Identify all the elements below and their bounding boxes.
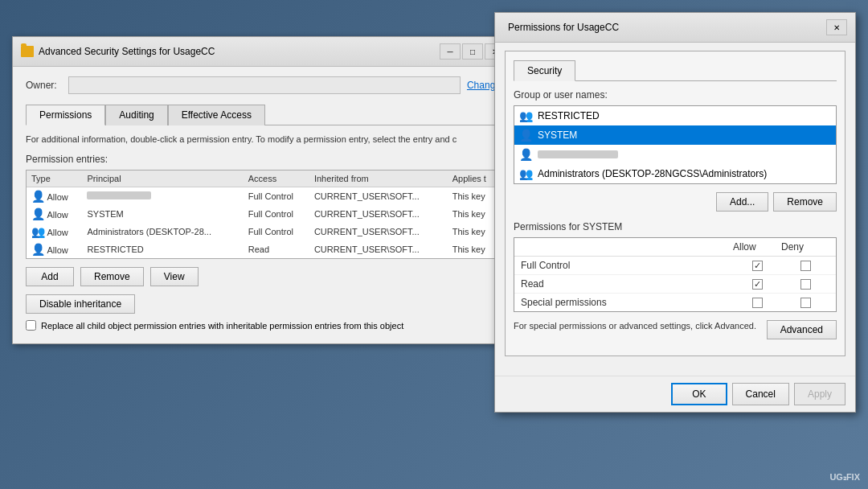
perm-dialog-controls: ✕ xyxy=(826,19,847,35)
tab-permissions[interactable]: Permissions xyxy=(26,105,105,125)
apply-button[interactable]: Apply xyxy=(794,383,845,405)
user-icon: 👤 xyxy=(31,243,45,256)
perm-close-button[interactable]: ✕ xyxy=(826,19,847,35)
remove-button[interactable]: Remove xyxy=(80,267,144,286)
disable-inheritance-button[interactable]: Disable inheritance xyxy=(26,294,135,314)
folder-icon xyxy=(21,46,34,57)
perm-grid-header: Allow Deny xyxy=(514,238,836,257)
user-list-item-unknown[interactable]: 👤 xyxy=(514,145,836,164)
applies-cell: This key xyxy=(448,223,500,240)
advanced-text: For special permissions or advanced sett… xyxy=(514,320,759,332)
access-cell: Full Control xyxy=(244,205,309,223)
perm-row-full-control[interactable]: Full Control xyxy=(514,257,836,275)
col-access: Access xyxy=(244,171,309,187)
user-icon: 👤 xyxy=(31,190,45,203)
view-button[interactable]: View xyxy=(150,267,199,286)
desktop: Advanced Security Settings for UsageCC ─… xyxy=(0,0,868,489)
permissions-dialog: Permissions for UsageCC ✕ Security Group… xyxy=(494,12,856,413)
table-row[interactable]: 👥 Allow Administrators (DESKTOP-28... Fu… xyxy=(27,223,500,240)
applies-cell: This key xyxy=(448,205,500,223)
perm-row-read[interactable]: Read xyxy=(514,275,836,294)
col-inherited: Inherited from xyxy=(309,171,448,187)
user-icon-admins: 👥 xyxy=(519,167,533,180)
col-type: Type xyxy=(27,171,82,187)
special-allow-cell xyxy=(733,298,781,308)
special-allow-checkbox[interactable] xyxy=(752,298,763,308)
read-allow-checkbox[interactable] xyxy=(752,279,763,290)
advanced-button[interactable]: Advanced xyxy=(767,320,837,339)
permission-entries-label: Permission entries: xyxy=(26,154,501,165)
table-row[interactable]: 👤 Allow SYSTEM Full Control CURRENT_USER… xyxy=(27,205,500,223)
special-deny-cell xyxy=(781,298,829,308)
read-deny-checkbox[interactable] xyxy=(800,279,811,290)
inherited-cell: CURRENT_USER\SOFT... xyxy=(309,187,448,206)
security-tab-content: Security Group or user names: 👥 RESTRICT… xyxy=(505,51,845,356)
owner-row: Owner: Change xyxy=(26,76,501,94)
col-applies: Applies t xyxy=(448,171,500,187)
tab-auditing[interactable]: Auditing xyxy=(105,105,167,125)
perm-row-special[interactable]: Special permissions xyxy=(514,294,836,311)
perm-deny-header: Deny xyxy=(781,241,829,253)
maximize-button[interactable]: □ xyxy=(462,43,483,60)
main-dialog-content: Owner: Change Permissions Auditing Effec… xyxy=(13,67,514,343)
access-cell: Full Control xyxy=(244,187,309,206)
perm-name-header xyxy=(521,241,733,253)
replace-checkbox-row: Replace all child object permission entr… xyxy=(26,320,501,331)
full-deny-cell xyxy=(781,261,829,271)
full-allow-checkbox[interactable] xyxy=(752,261,763,271)
cancel-button[interactable]: Cancel xyxy=(732,383,789,405)
watermark: UG₂FIX xyxy=(829,472,860,483)
main-dialog-title: Advanced Security Settings for UsageCC xyxy=(39,46,435,57)
tab-effective-access[interactable]: Effective Access xyxy=(168,105,265,125)
owner-value xyxy=(68,76,461,94)
principal-cell: RESTRICTED xyxy=(82,240,243,258)
special-deny-checkbox[interactable] xyxy=(800,298,811,308)
read-allow-cell xyxy=(733,279,781,290)
remove-user-button[interactable]: Remove xyxy=(773,192,837,212)
inherited-cell: CURRENT_USER\SOFT... xyxy=(309,223,448,240)
perm-allow-header: Allow xyxy=(733,241,781,253)
user-icon-unknown: 👤 xyxy=(519,148,533,161)
tab-security[interactable]: Security xyxy=(514,60,575,81)
access-cell: Read xyxy=(244,240,309,258)
permissions-grid: Allow Deny Full Control Read xyxy=(514,237,837,312)
main-dialog: Advanced Security Settings for UsageCC ─… xyxy=(12,36,514,344)
group-label: Group or user names: xyxy=(514,89,837,101)
user-name-restricted: RESTRICTED xyxy=(538,110,600,121)
user-list-item-restricted[interactable]: 👥 RESTRICTED xyxy=(514,106,836,125)
main-dialog-titlebar: Advanced Security Settings for UsageCC ─… xyxy=(13,37,514,67)
user-icon: 👤 xyxy=(31,208,45,220)
replace-checkbox[interactable] xyxy=(26,320,36,331)
principal-cell: Administrators (DESKTOP-28... xyxy=(82,223,243,240)
user-list-item-system[interactable]: 👤 SYSTEM xyxy=(514,125,836,145)
user-list: 👥 RESTRICTED 👤 SYSTEM 👤 👥 Administrators… xyxy=(514,105,837,184)
user-icon: 👥 xyxy=(31,225,45,238)
perm-dialog-footer: OK Cancel Apply xyxy=(495,376,855,412)
ok-button[interactable]: OK xyxy=(671,383,727,405)
user-icon-system: 👤 xyxy=(519,129,533,142)
applies-cell: This key xyxy=(448,187,500,206)
read-deny-cell xyxy=(781,279,829,290)
perm-dialog-title: Permissions for UsageCC xyxy=(508,22,821,33)
add-button[interactable]: Add xyxy=(26,267,74,286)
principal-cell xyxy=(82,187,243,206)
owner-label: Owner: xyxy=(26,80,62,91)
col-principal: Principal xyxy=(82,171,243,187)
full-deny-checkbox[interactable] xyxy=(800,261,811,271)
type-cell: 👤 Allow xyxy=(27,187,82,206)
table-row[interactable]: 👤 Allow RESTRICTED Read CURRENT_USER\SOF… xyxy=(27,240,500,258)
applies-cell: This key xyxy=(448,240,500,258)
tabs: Permissions Auditing Effective Access xyxy=(26,104,501,125)
add-remove-row: Add... Remove xyxy=(514,192,837,212)
permissions-section-label: Permissions for SYSTEM xyxy=(514,221,837,232)
info-text: For additional information, double-click… xyxy=(26,134,501,146)
type-cell: 👥 Allow xyxy=(27,223,82,240)
table-row[interactable]: 👤 Allow Full Control CURRENT_USER\SOFT..… xyxy=(27,187,500,206)
user-list-item-admins[interactable]: 👥 Administrators (DESKTOP-28NGCSS\Admini… xyxy=(514,164,836,183)
add-user-button[interactable]: Add... xyxy=(716,192,768,212)
permission-table-container: Type Principal Access Inherited from App… xyxy=(26,170,501,259)
minimize-button[interactable]: ─ xyxy=(440,43,461,60)
inherited-cell: CURRENT_USER\SOFT... xyxy=(309,240,448,258)
advanced-row: For special permissions or advanced sett… xyxy=(514,320,837,339)
perm-name-full: Full Control xyxy=(521,260,733,271)
